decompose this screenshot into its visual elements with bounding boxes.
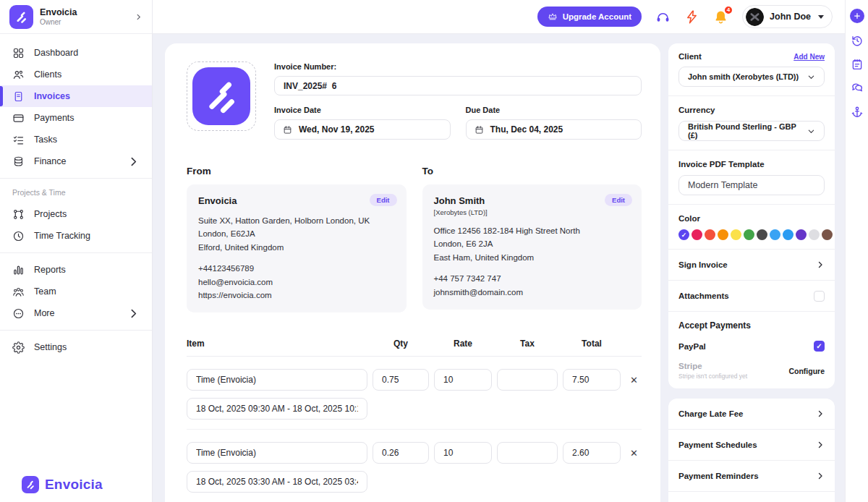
configure-stripe-button[interactable]: Configure	[788, 367, 825, 375]
payment-settings-card: Charge Late Fee Payment Schedules Paymen…	[668, 399, 835, 502]
invoice-date-label: Invoice Date	[274, 106, 451, 114]
line-item-row: ✕	[187, 430, 642, 502]
template-input[interactable]: Modern Template	[678, 175, 825, 195]
color-section: Color	[668, 205, 835, 250]
flash-icon[interactable]	[684, 9, 699, 25]
notification-badge: 4	[723, 5, 733, 15]
item-description-input[interactable]	[187, 471, 367, 493]
item-rate-input[interactable]	[434, 442, 492, 464]
color-swatch[interactable]	[718, 229, 728, 240]
sidebar-item-clients[interactable]: Clients	[0, 64, 152, 85]
edit-to-button[interactable]: Edit	[605, 194, 632, 206]
to-title: To	[422, 166, 642, 176]
sidebar-item-settings[interactable]: Settings	[0, 336, 152, 358]
client-select[interactable]: John smith (Xerobytes (LTD))	[678, 67, 825, 87]
anchor-button[interactable]	[851, 106, 864, 119]
color-swatch[interactable]	[783, 229, 793, 240]
item-rate-input[interactable]	[434, 369, 492, 391]
invoice-number-input[interactable]	[274, 76, 642, 95]
add-new-client-link[interactable]: Add New	[793, 53, 825, 61]
remove-line-item-button[interactable]: ✕	[626, 373, 642, 387]
item-total-input[interactable]	[563, 369, 621, 391]
upgrade-account-button[interactable]: Upgrade Account	[537, 7, 642, 27]
sidebar-item-finance[interactable]: Finance	[0, 150, 152, 172]
line-item-row: ✕	[187, 357, 642, 430]
notepad-button[interactable]	[851, 58, 864, 71]
item-qty-input[interactable]	[373, 442, 429, 464]
workspace-switcher[interactable]: Envoicia Owner	[0, 0, 152, 34]
support-headset-icon[interactable]	[655, 9, 671, 25]
sidebar-item-label: Team	[34, 286, 56, 297]
item-tax-input[interactable]	[497, 369, 558, 391]
item-qty-input[interactable]	[373, 369, 429, 391]
payment-schedules-row[interactable]: Payment Schedules	[678, 438, 825, 451]
sign-invoice-row[interactable]: Sign Invoice	[678, 258, 825, 271]
color-swatch[interactable]	[705, 229, 715, 240]
sidebar-item-payments[interactable]: Payments	[0, 107, 152, 129]
sidebar-item-team[interactable]: Team	[0, 281, 152, 302]
notifications-button[interactable]: 4	[713, 9, 728, 25]
currency-label: Currency	[678, 106, 715, 114]
sidebar-item-dashboard[interactable]: Dashboard	[0, 42, 152, 64]
paypal-label: PayPal	[678, 342, 706, 351]
from-name: Envoicia	[198, 195, 395, 206]
stripe-row: Stripe Stripe isn't configured yet Confi…	[678, 362, 825, 380]
remove-line-item-button[interactable]: ✕	[626, 446, 642, 460]
sidebar-item-time-tracking[interactable]: Time Tracking	[0, 225, 152, 247]
item-total-input[interactable]	[563, 442, 621, 464]
calendar-icon	[283, 125, 292, 135]
sidebar-item-invoices[interactable]: Invoices	[0, 85, 152, 107]
attachments-checkbox[interactable]	[814, 291, 825, 302]
from-contact: +44123456789 hello@envoicia.com https://…	[198, 262, 395, 302]
user-menu[interactable]: John Doe	[742, 5, 833, 28]
color-swatch[interactable]	[678, 229, 689, 240]
chat-button[interactable]	[851, 82, 864, 95]
color-swatch[interactable]	[744, 229, 754, 240]
color-swatch[interactable]	[731, 229, 741, 240]
item-tax-input[interactable]	[497, 442, 558, 464]
invoice-header: Invoice Number: Invoice Date Wed, Nov 19…	[187, 61, 642, 140]
item-name-input[interactable]	[187, 442, 367, 464]
color-swatch[interactable]	[822, 229, 833, 240]
due-date-field: Due Date Thu, Dec 04, 2025	[466, 106, 642, 140]
color-swatch[interactable]	[692, 229, 702, 240]
history-button[interactable]	[851, 34, 864, 47]
chevron-right-icon	[816, 409, 825, 418]
more-icon	[12, 307, 25, 320]
payment-schedules-label: Payment Schedules	[678, 441, 757, 449]
sidebar-item-reports[interactable]: Reports	[0, 259, 152, 281]
line-items-header: Item Qty Rate Tax Total	[187, 339, 642, 357]
chevron-right-icon	[127, 156, 140, 168]
charge-late-fee-row[interactable]: Charge Late Fee	[678, 407, 825, 420]
currency-select[interactable]: British Pound Sterling - GBP (£)	[678, 121, 825, 141]
paypal-row: PayPal	[678, 341, 825, 352]
sidebar-item-projects[interactable]: Projects	[0, 203, 152, 225]
dashboard-icon	[12, 47, 25, 59]
late-fee-section: Charge Late Fee	[668, 399, 835, 430]
due-date-input[interactable]: Thu, Dec 04, 2025	[466, 119, 642, 140]
envoicia-logo-icon	[9, 5, 33, 29]
color-swatch[interactable]	[770, 229, 780, 240]
color-swatch[interactable]	[809, 229, 820, 240]
item-description-input[interactable]	[187, 398, 367, 420]
sidebar-item-tasks[interactable]: Tasks	[0, 129, 152, 150]
edit-from-button[interactable]: Edit	[370, 194, 397, 206]
color-swatches	[678, 229, 825, 240]
color-label: Color	[678, 214, 700, 223]
color-swatch[interactable]	[757, 229, 767, 240]
invoice-logo-upload[interactable]	[187, 61, 256, 131]
clock-icon	[12, 230, 25, 242]
attachments-label: Attachments	[678, 292, 729, 300]
color-swatch[interactable]	[796, 229, 807, 240]
sidebar-item-label: Payments	[34, 113, 75, 123]
from-title: From	[187, 166, 407, 176]
item-name-input[interactable]	[187, 369, 367, 391]
sidebar-item-more[interactable]: More	[0, 302, 152, 324]
chevron-right-icon	[135, 13, 142, 21]
quick-add-button[interactable]	[850, 9, 864, 23]
paypal-checkbox[interactable]	[814, 341, 825, 352]
invoice-date-input[interactable]: Wed, Nov 19, 2025	[274, 119, 451, 140]
right-toolbar	[845, 0, 868, 502]
projects-icon	[12, 208, 25, 221]
payment-reminders-row[interactable]: Payment Reminders	[678, 469, 825, 482]
